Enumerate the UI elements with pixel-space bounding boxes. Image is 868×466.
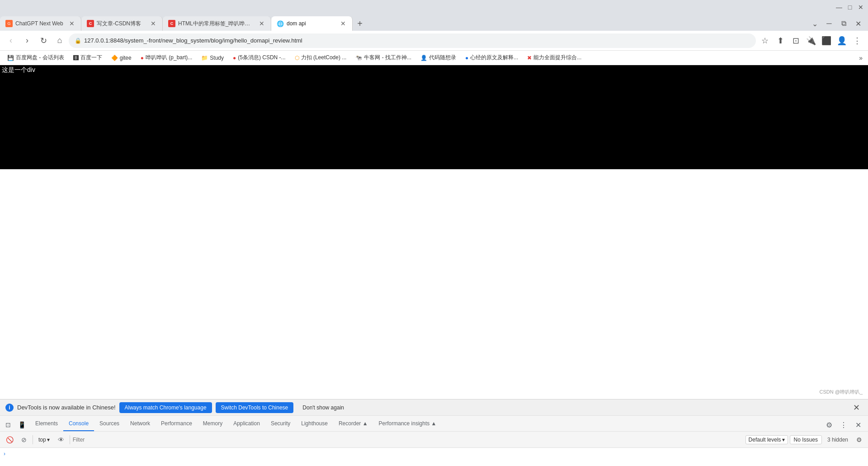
always-match-language-button[interactable]: Always match Chrome's language [119, 402, 212, 413]
maximize-button[interactable]: □ [846, 4, 854, 11]
bookmark-csdn-icon: ● [233, 55, 236, 61]
bookmark-baidu[interactable]: 🅱 百度一下 [70, 52, 106, 63]
tab-chatgpt[interactable]: G ChatGPT Next Web ✕ [0, 16, 81, 31]
no-issues-text: No Issues [794, 437, 818, 443]
switch-to-chinese-button[interactable]: Switch DevTools to Chinese [216, 402, 294, 413]
devtools-tab-application[interactable]: Application [228, 417, 265, 431]
notification-close-button[interactable]: ✕ [850, 401, 863, 414]
extension-puzzle-button[interactable]: ⬛ [819, 33, 834, 48]
minimize-button[interactable]: — [835, 4, 843, 11]
bookmarks-more-button[interactable]: » [857, 52, 864, 63]
bookmark-ability[interactable]: ✖ 能力全面提升综合... [524, 52, 585, 63]
bookmark-niuke-icon: 🐄 [355, 55, 362, 61]
extensions-button[interactable]: 🔌 [804, 33, 818, 48]
devtools-tab-performance[interactable]: Performance [156, 417, 198, 431]
console-filter-input[interactable] [73, 434, 743, 445]
minimize-window-button[interactable]: ─ [823, 17, 835, 30]
devtools-tab-network[interactable]: Network [125, 417, 156, 431]
device-toggle-button[interactable]: 📱 [15, 418, 28, 431]
bookmark-code-thinking-icon: 👤 [420, 55, 427, 61]
tab-dom-api[interactable]: 🌐 dom api ✕ [271, 16, 353, 31]
tab-title-csdn-write: 写文章-CSDN博客 [97, 20, 147, 28]
bookmark-study-label: Study [210, 55, 224, 61]
address-bar-right: ☆ ⬆ ⊡ 🔌 ⬛ 👤 ⋮ [758, 33, 864, 48]
home-button[interactable]: ⌂ [52, 33, 67, 48]
tab-title-html-tags: HTML中的常用标签_哗叭哗叭： [178, 20, 255, 28]
menu-button[interactable]: ⋮ [850, 33, 864, 48]
tab-close-chatgpt[interactable]: ✕ [68, 20, 75, 27]
devtools-tab-lighthouse[interactable]: Lighthouse [296, 417, 333, 431]
bookmark-niuke[interactable]: 🐄 牛客网 - 找工作神... [352, 52, 415, 63]
devtools-settings-button[interactable]: ⚙ [823, 418, 835, 431]
context-selector[interactable]: top ▾ [36, 436, 52, 444]
console-settings-button[interactable]: ⚙ [854, 434, 864, 445]
tab-bar: G ChatGPT Next Web ✕ C 写文章-CSDN博客 ✕ C HT… [0, 14, 868, 31]
forward-button[interactable]: › [20, 33, 34, 48]
bookmark-huabahu-icon: ● [141, 55, 144, 61]
devtools-tab-sources[interactable]: Sources [94, 417, 125, 431]
bookmark-ability-label: 能力全面提升综合... [533, 54, 581, 62]
bookmark-ability-icon: ✖ [527, 55, 532, 61]
bookmark-baidu-label: 百度一下 [80, 54, 102, 62]
pause-exceptions-button[interactable]: ⊘ [18, 434, 30, 446]
reload-button[interactable]: ↻ [36, 33, 51, 48]
page-white-area [0, 169, 868, 273]
cast-button[interactable]: ⊡ [788, 33, 803, 48]
bookmark-huabahu-label: 哗叭哗叭 (p_bart)... [146, 54, 192, 62]
bookmark-huabahu[interactable]: ● 哗叭哗叭 (p_bart)... [137, 52, 196, 63]
new-tab-button[interactable]: + [353, 16, 367, 31]
bookmark-xinjing[interactable]: ● 心经的原文及解释... [462, 52, 522, 63]
title-bar: — □ ✕ [0, 0, 868, 14]
devtools-more-button[interactable]: ⋮ [837, 418, 850, 431]
profile-button[interactable]: 👤 [835, 33, 849, 48]
devtools-tab-security[interactable]: Security [265, 417, 296, 431]
browser-window: — □ ✕ G ChatGPT Next Web ✕ C 写文章-CSDN博客 … [0, 0, 868, 466]
tab-favicon-chatgpt: G [5, 20, 13, 27]
tab-close-dom-api[interactable]: ✕ [340, 20, 347, 27]
bookmark-baidu-pan-label: 百度网盘 - 会话列表 [16, 54, 64, 62]
tab-search-button[interactable]: ⌄ [808, 17, 821, 30]
bookmark-gitee[interactable]: 🔶 gitee [108, 53, 135, 63]
devtools-tab-recorder[interactable]: Recorder ▲ [333, 417, 373, 431]
tab-favicon-dom-api: 🌐 [277, 20, 284, 27]
bookmark-niuke-label: 牛客网 - 找工作神... [364, 54, 411, 62]
default-levels-arrow-icon: ▾ [782, 437, 785, 443]
close-button[interactable]: ✕ [857, 4, 864, 11]
bookmark-study[interactable]: 📁 Study [198, 53, 227, 63]
bookmarks-bar: 💾 百度网盘 - 会话列表 🅱 百度一下 🔶 gitee ● 哗叭哗叭 (p_b… [0, 51, 868, 65]
default-levels-label: Default levels [749, 437, 781, 443]
close-window-button[interactable]: ✕ [852, 17, 864, 30]
bookmark-xinjing-label: 心经的原文及解释... [470, 54, 518, 62]
devtools-tab-console[interactable]: Console [63, 417, 94, 431]
tab-html-tags[interactable]: C HTML中的常用标签_哗叭哗叭： ✕ [163, 16, 271, 31]
tab-csdn-write[interactable]: C 写文章-CSDN博客 ✕ [81, 16, 163, 31]
devtools-tab-memory[interactable]: Memory [198, 417, 228, 431]
dont-show-again-button[interactable]: Don't show again [297, 402, 349, 413]
bookmark-leetcode-icon: ⬡ [295, 55, 299, 61]
notification-text: DevTools is now available in Chinese! [17, 404, 116, 411]
eye-filter-button[interactable]: 👁 [55, 434, 67, 446]
console-toolbar: 🚫 ⊘ top ▾ 👁 Default levels ▾ No Issues 3… [0, 432, 868, 448]
devtools-tab-perf-insights[interactable]: Performance insights ▲ [373, 417, 442, 431]
tab-close-html-tags[interactable]: ✕ [258, 20, 265, 27]
tab-close-csdn-write[interactable]: ✕ [150, 20, 157, 27]
share-button[interactable]: ⬆ [773, 33, 788, 48]
console-expand-icon[interactable]: › [4, 451, 5, 457]
title-bar-right: — □ ✕ [835, 4, 864, 11]
bookmark-leetcode[interactable]: ⬡ 力扣 (LeetCode) ... [291, 52, 350, 63]
back-button[interactable]: ‹ [4, 33, 18, 48]
url-bar[interactable]: 🔒 127.0.0.1:8848/system_-front/new_blog_… [69, 33, 756, 48]
devtools-close-button[interactable]: ✕ [852, 418, 864, 431]
devtools-tab-bar: ⊡ 📱 Elements Console Sources Network Per… [0, 415, 868, 432]
restore-window-button[interactable]: ⧉ [837, 17, 850, 30]
bookmark-code-thinking-label: 代码随想录 [429, 54, 456, 62]
bookmark-code-thinking[interactable]: 👤 代码随想录 [417, 52, 460, 63]
clear-console-button[interactable]: 🚫 [4, 434, 15, 446]
bookmark-leetcode-label: 力扣 (LeetCode) ... [301, 54, 347, 62]
element-selector-button[interactable]: ⊡ [2, 418, 14, 431]
devtools-tab-elements[interactable]: Elements [30, 417, 63, 431]
bookmark-baidu-pan[interactable]: 💾 百度网盘 - 会话列表 [4, 52, 68, 63]
default-levels-button[interactable]: Default levels ▾ [745, 435, 788, 444]
bookmark-csdn[interactable]: ● (5条消息) CSDN -... [229, 52, 289, 63]
bookmark-star-button[interactable]: ☆ [758, 33, 772, 48]
